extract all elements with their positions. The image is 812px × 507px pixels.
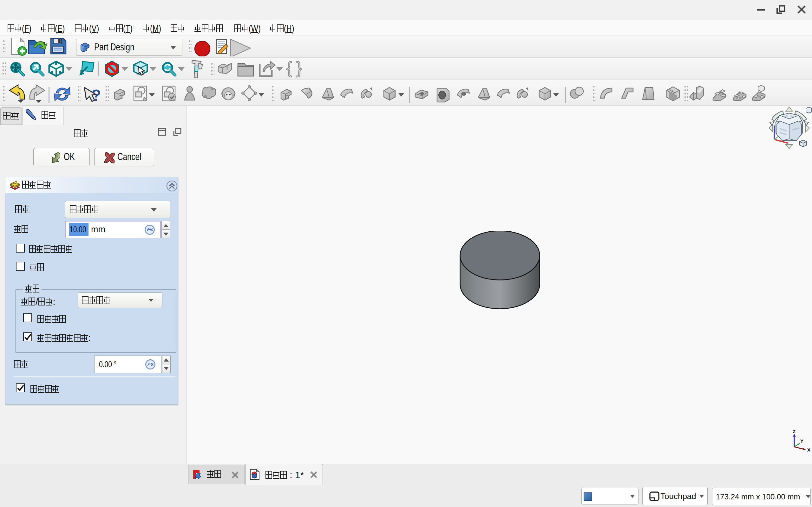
svg-text:Z: Z <box>793 429 796 434</box>
svg-text:{ }: { } <box>287 59 302 77</box>
svg-text:Y: Y <box>800 438 803 444</box>
svg-text:?: ? <box>91 87 101 104</box>
svg-text:X: X <box>807 447 810 452</box>
